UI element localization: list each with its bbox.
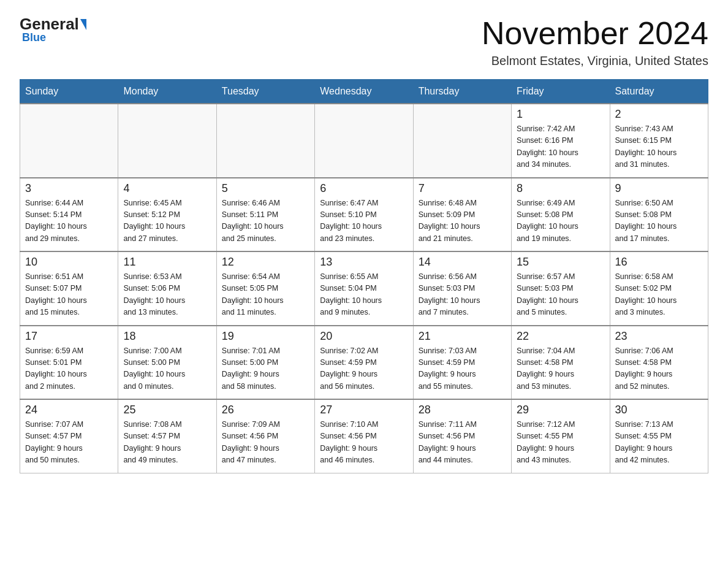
calendar-cell: 3Sunrise: 6:44 AMSunset: 5:14 PMDaylight… [20,178,118,252]
day-number: 17 [25,330,113,343]
calendar-header-tuesday: Tuesday [216,80,314,104]
day-info: Sunrise: 7:00 AMSunset: 5:00 PMDaylight:… [123,345,211,393]
calendar-cell: 21Sunrise: 7:03 AMSunset: 4:59 PMDayligh… [413,326,511,400]
day-number: 4 [123,182,211,195]
calendar-cell: 25Sunrise: 7:08 AMSunset: 4:57 PMDayligh… [118,399,216,473]
day-info: Sunrise: 7:02 AMSunset: 4:59 PMDaylight:… [320,345,408,393]
day-number: 1 [517,108,604,121]
calendar-cell: 9Sunrise: 6:50 AMSunset: 5:08 PMDaylight… [610,178,708,252]
main-title: November 2024 [482,15,708,52]
day-number: 5 [222,182,309,195]
day-info: Sunrise: 7:10 AMSunset: 4:56 PMDaylight:… [320,419,408,467]
day-info: Sunrise: 7:03 AMSunset: 4:59 PMDaylight:… [419,345,506,393]
day-number: 20 [320,330,408,343]
day-number: 16 [615,256,703,269]
calendar-cell: 14Sunrise: 6:56 AMSunset: 5:03 PMDayligh… [413,251,511,326]
calendar-cell: 8Sunrise: 6:49 AMSunset: 5:08 PMDaylight… [512,178,610,252]
subtitle: Belmont Estates, Virginia, United States [482,54,708,68]
day-number: 8 [517,182,604,195]
day-number: 18 [123,330,211,343]
day-number: 2 [615,108,703,121]
day-info: Sunrise: 6:57 AMSunset: 5:03 PMDaylight:… [517,271,604,319]
calendar-cell: 7Sunrise: 6:48 AMSunset: 5:09 PMDaylight… [413,178,511,252]
day-info: Sunrise: 7:42 AMSunset: 6:16 PMDaylight:… [517,123,604,171]
calendar-cell: 11Sunrise: 6:53 AMSunset: 5:06 PMDayligh… [118,251,216,326]
day-info: Sunrise: 6:59 AMSunset: 5:01 PMDaylight:… [25,345,113,393]
calendar-cell: 29Sunrise: 7:12 AMSunset: 4:55 PMDayligh… [512,399,610,473]
calendar-cell: 30Sunrise: 7:13 AMSunset: 4:55 PMDayligh… [610,399,708,473]
logo: General Blue [20,15,88,44]
calendar-cell: 28Sunrise: 7:11 AMSunset: 4:56 PMDayligh… [413,399,511,473]
day-info: Sunrise: 7:43 AMSunset: 6:15 PMDaylight:… [615,123,703,171]
logo-blue: Blue [22,31,46,44]
calendar-header-sunday: Sunday [20,80,118,104]
calendar-cell [216,104,314,178]
calendar-cell [413,104,511,178]
calendar-cell [20,104,118,178]
title-area: November 2024 Belmont Estates, Virginia,… [482,15,708,68]
day-number: 3 [25,182,113,195]
day-info: Sunrise: 7:08 AMSunset: 4:57 PMDaylight:… [123,419,211,467]
day-number: 25 [123,404,211,416]
calendar-cell [315,104,413,178]
day-info: Sunrise: 7:07 AMSunset: 4:57 PMDaylight:… [25,419,113,467]
day-number: 22 [517,330,604,343]
calendar-header-row: SundayMondayTuesdayWednesdayThursdayFrid… [20,80,708,104]
day-info: Sunrise: 6:58 AMSunset: 5:02 PMDaylight:… [615,271,703,319]
day-number: 7 [419,182,506,195]
week-row-1: 1Sunrise: 7:42 AMSunset: 6:16 PMDaylight… [20,104,708,178]
header: General Blue November 2024 Belmont Estat… [20,15,708,68]
calendar-header-friday: Friday [512,80,610,104]
day-number: 19 [222,330,309,343]
calendar-cell: 12Sunrise: 6:54 AMSunset: 5:05 PMDayligh… [216,251,314,326]
calendar-cell: 23Sunrise: 7:06 AMSunset: 4:58 PMDayligh… [610,326,708,400]
day-info: Sunrise: 6:47 AMSunset: 5:10 PMDaylight:… [320,197,408,245]
calendar-cell: 22Sunrise: 7:04 AMSunset: 4:58 PMDayligh… [512,326,610,400]
calendar-cell: 4Sunrise: 6:45 AMSunset: 5:12 PMDaylight… [118,178,216,252]
calendar-cell: 20Sunrise: 7:02 AMSunset: 4:59 PMDayligh… [315,326,413,400]
day-info: Sunrise: 6:55 AMSunset: 5:04 PMDaylight:… [320,271,408,319]
day-number: 14 [419,256,506,269]
day-info: Sunrise: 6:56 AMSunset: 5:03 PMDaylight:… [419,271,506,319]
calendar-header-wednesday: Wednesday [315,80,413,104]
day-info: Sunrise: 7:11 AMSunset: 4:56 PMDaylight:… [419,419,506,467]
calendar-cell: 18Sunrise: 7:00 AMSunset: 5:00 PMDayligh… [118,326,216,400]
day-info: Sunrise: 7:04 AMSunset: 4:58 PMDaylight:… [517,345,604,393]
calendar-cell: 27Sunrise: 7:10 AMSunset: 4:56 PMDayligh… [315,399,413,473]
week-row-5: 24Sunrise: 7:07 AMSunset: 4:57 PMDayligh… [20,399,708,473]
calendar-cell: 19Sunrise: 7:01 AMSunset: 5:00 PMDayligh… [216,326,314,400]
calendar-cell: 17Sunrise: 6:59 AMSunset: 5:01 PMDayligh… [20,326,118,400]
day-info: Sunrise: 7:12 AMSunset: 4:55 PMDaylight:… [517,419,604,467]
day-number: 13 [320,256,408,269]
day-info: Sunrise: 6:49 AMSunset: 5:08 PMDaylight:… [517,197,604,245]
day-number: 27 [320,404,408,416]
day-info: Sunrise: 6:46 AMSunset: 5:11 PMDaylight:… [222,197,309,245]
day-info: Sunrise: 7:09 AMSunset: 4:56 PMDaylight:… [222,419,309,467]
day-info: Sunrise: 6:53 AMSunset: 5:06 PMDaylight:… [123,271,211,319]
calendar-cell: 15Sunrise: 6:57 AMSunset: 5:03 PMDayligh… [512,251,610,326]
day-number: 15 [517,256,604,269]
day-number: 23 [615,330,703,343]
calendar-cell [118,104,216,178]
day-number: 24 [25,404,113,416]
calendar-cell: 6Sunrise: 6:47 AMSunset: 5:10 PMDaylight… [315,178,413,252]
calendar-cell: 16Sunrise: 6:58 AMSunset: 5:02 PMDayligh… [610,251,708,326]
calendar-header-thursday: Thursday [413,80,511,104]
calendar-cell: 2Sunrise: 7:43 AMSunset: 6:15 PMDaylight… [610,104,708,178]
calendar-cell: 1Sunrise: 7:42 AMSunset: 6:16 PMDaylight… [512,104,610,178]
day-number: 29 [517,404,604,416]
day-number: 6 [320,182,408,195]
week-row-2: 3Sunrise: 6:44 AMSunset: 5:14 PMDaylight… [20,178,708,252]
day-number: 21 [419,330,506,343]
calendar-table: SundayMondayTuesdayWednesdayThursdayFrid… [20,79,708,473]
day-info: Sunrise: 6:45 AMSunset: 5:12 PMDaylight:… [123,197,211,245]
day-number: 12 [222,256,309,269]
day-number: 30 [615,404,703,416]
day-number: 11 [123,256,211,269]
calendar-cell: 5Sunrise: 6:46 AMSunset: 5:11 PMDaylight… [216,178,314,252]
day-info: Sunrise: 7:01 AMSunset: 5:00 PMDaylight:… [222,345,309,393]
day-info: Sunrise: 7:06 AMSunset: 4:58 PMDaylight:… [615,345,703,393]
day-info: Sunrise: 6:50 AMSunset: 5:08 PMDaylight:… [615,197,703,245]
day-info: Sunrise: 6:54 AMSunset: 5:05 PMDaylight:… [222,271,309,319]
calendar-header-monday: Monday [118,80,216,104]
